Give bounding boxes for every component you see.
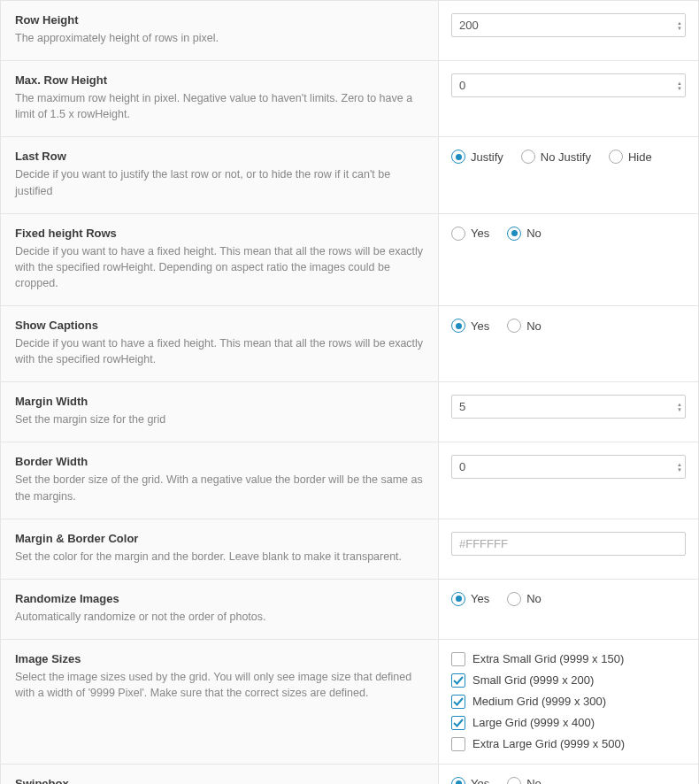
margin-width-field[interactable] xyxy=(451,395,686,419)
checkbox-label: Extra Large Grid (9999 x 500) xyxy=(472,737,625,750)
label-title: Randomize Images xyxy=(15,592,424,605)
radio-label: Yes xyxy=(471,777,489,784)
radio-icon xyxy=(451,592,465,606)
checkbox-icon xyxy=(451,673,465,688)
label-title: Margin Width xyxy=(15,395,424,408)
spinner-down-icon[interactable]: ▼ xyxy=(677,26,682,31)
label-title: Show Captions xyxy=(15,319,424,332)
label-desc: Set the border size of the grid. With a … xyxy=(15,472,424,503)
radio-icon xyxy=(507,227,521,241)
spinner-down-icon[interactable]: ▼ xyxy=(677,86,682,91)
label-title: Max. Row Height xyxy=(15,73,424,87)
radio-yes[interactable]: Yes xyxy=(451,227,489,241)
label-title: Image Sizes xyxy=(15,652,424,665)
spinner-down-icon[interactable]: ▼ xyxy=(677,467,682,473)
row-fixed-height: Fixed height Rows Decide if you want to … xyxy=(1,214,698,306)
radio-icon xyxy=(609,150,623,164)
checkbox-md[interactable]: Medium Grid (9999 x 300) xyxy=(451,695,686,709)
radio-yes[interactable]: Yes xyxy=(451,777,489,784)
radio-icon xyxy=(507,319,521,333)
row-margin-color: Margin & Border Color Set the color for … xyxy=(1,519,698,580)
radio-label: No xyxy=(526,777,542,784)
checkbox-icon xyxy=(451,737,465,751)
radio-label: Yes xyxy=(471,319,489,333)
radio-label: No xyxy=(526,227,542,240)
checkbox-icon xyxy=(451,695,465,709)
radio-icon xyxy=(521,150,535,164)
radio-label: Yes xyxy=(471,227,489,240)
checkbox-icon xyxy=(451,652,465,666)
spinner[interactable]: ▲▼ xyxy=(677,81,682,91)
row-row-height: Row Height The approximately height of r… xyxy=(1,1,698,61)
margin-width-input[interactable]: ▲▼ xyxy=(451,395,686,419)
row-height-field[interactable] xyxy=(451,13,686,37)
label-desc: The maximum row height in pixel. Negativ… xyxy=(15,90,424,122)
spinner[interactable]: ▲▼ xyxy=(677,20,682,31)
label-title: Swipebox xyxy=(15,777,424,784)
radio-no[interactable]: No xyxy=(507,777,542,784)
radio-yes[interactable]: Yes xyxy=(451,319,489,333)
radio-no-justify[interactable]: No Justify xyxy=(521,150,591,164)
max-row-height-input[interactable]: ▲▼ xyxy=(451,73,686,97)
radio-no[interactable]: No xyxy=(507,592,542,606)
radio-hide[interactable]: Hide xyxy=(609,150,652,164)
label-desc: Decide if you want to have a fixed heigh… xyxy=(15,335,424,367)
row-swipebox: Swipebox Do you want to use the Swipebox… xyxy=(1,765,698,784)
label-desc: Decide if you want to have a fixed heigh… xyxy=(15,243,424,291)
checkbox-xs[interactable]: Extra Small Grid (9999 x 150) xyxy=(451,652,686,666)
radio-icon xyxy=(507,592,521,606)
radio-yes[interactable]: Yes xyxy=(451,592,489,606)
spinner[interactable]: ▲▼ xyxy=(677,402,682,412)
checkbox-label: Extra Small Grid (9999 x 150) xyxy=(472,652,624,665)
max-row-height-field[interactable] xyxy=(451,73,686,97)
radio-no[interactable]: No xyxy=(507,319,542,333)
spinner[interactable]: ▲▼ xyxy=(677,462,682,473)
radio-label: No xyxy=(526,592,542,605)
radio-label: Hide xyxy=(628,150,652,164)
swipebox-radio-group: Yes No xyxy=(451,777,686,784)
radio-no[interactable]: No xyxy=(507,227,542,241)
row-max-row-height: Max. Row Height The maximum row height i… xyxy=(1,61,698,137)
label-title: Border Width xyxy=(15,455,424,468)
spinner-down-icon[interactable]: ▼ xyxy=(677,407,682,412)
checkbox-xl[interactable]: Extra Large Grid (9999 x 500) xyxy=(451,737,686,751)
radio-label: No xyxy=(526,319,542,333)
label-title: Margin & Border Color xyxy=(15,532,424,545)
checkbox-label: Medium Grid (9999 x 300) xyxy=(472,695,606,708)
radio-icon xyxy=(507,777,521,784)
border-width-input[interactable]: ▲▼ xyxy=(451,455,686,479)
checkbox-label: Small Grid (9999 x 200) xyxy=(472,673,594,687)
border-width-field[interactable] xyxy=(451,455,686,479)
label-desc: The approximately height of rows in pixe… xyxy=(15,30,424,46)
radio-icon xyxy=(451,777,465,784)
settings-table: Row Height The approximately height of r… xyxy=(0,0,699,784)
label-desc: Automatically randomize or not the order… xyxy=(15,609,424,625)
radio-icon xyxy=(451,227,465,241)
checkbox-icon xyxy=(451,716,465,730)
label-title: Fixed height Rows xyxy=(15,227,424,240)
last-row-radio-group: Justify No Justify Hide xyxy=(451,150,686,164)
image-sizes-checkbox-group: Extra Small Grid (9999 x 150) Small Grid… xyxy=(451,652,686,751)
radio-icon xyxy=(451,319,465,333)
radio-justify[interactable]: Justify xyxy=(451,150,503,164)
show-captions-radio-group: Yes No xyxy=(451,319,686,333)
label-title: Row Height xyxy=(15,13,424,27)
label-desc: Decide if you want to justify the last r… xyxy=(15,166,424,198)
radio-label: Yes xyxy=(471,592,489,605)
checkbox-lg[interactable]: Large Grid (9999 x 400) xyxy=(451,716,686,730)
radio-label: No Justify xyxy=(541,150,591,164)
label-desc: Set the color for the margin and the bor… xyxy=(15,549,424,565)
label-title: Last Row xyxy=(15,150,424,163)
row-height-input[interactable]: ▲▼ xyxy=(451,13,686,37)
row-randomize: Randomize Images Automatically randomize… xyxy=(1,580,698,640)
row-margin-width: Margin Width Set the margin size for the… xyxy=(1,382,698,442)
row-last-row: Last Row Decide if you want to justify t… xyxy=(1,137,698,213)
radio-label: Justify xyxy=(471,150,503,164)
randomize-radio-group: Yes No xyxy=(451,592,686,606)
radio-icon xyxy=(451,150,465,164)
checkbox-sm[interactable]: Small Grid (9999 x 200) xyxy=(451,673,686,688)
margin-color-field[interactable] xyxy=(451,532,686,556)
label-desc: Set the margin size for the grid xyxy=(15,411,424,427)
fixed-height-radio-group: Yes No xyxy=(451,227,686,241)
row-image-sizes: Image Sizes Select the image sizes used … xyxy=(1,640,698,765)
